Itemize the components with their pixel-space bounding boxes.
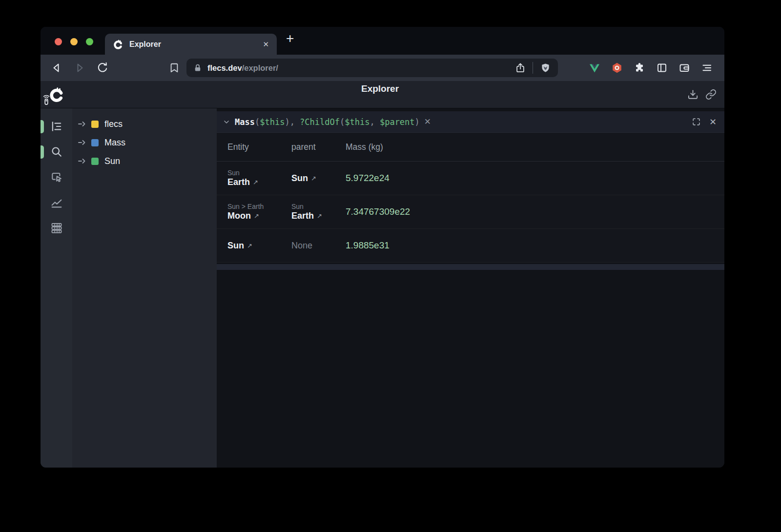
mass-value: 5.9722e24 bbox=[346, 173, 724, 184]
browser-tab-explorer[interactable]: Explorer ✕ bbox=[105, 34, 277, 55]
query-clear-icon[interactable]: ✕ bbox=[424, 117, 431, 127]
share-icon[interactable] bbox=[515, 62, 526, 73]
mass-value: 1.9885e31 bbox=[346, 240, 724, 251]
menu-icon[interactable] bbox=[701, 62, 713, 74]
url-bar[interactable]: flecs.dev/explorer/ bbox=[186, 59, 558, 77]
tree-item-mass[interactable]: Mass bbox=[72, 133, 217, 152]
query-component: Mass bbox=[235, 117, 255, 127]
browser-window: Explorer ✕ + bbox=[41, 27, 724, 468]
parent-cell: Sun↗ bbox=[291, 173, 346, 184]
entity-cell: Sun Earth↗ bbox=[227, 169, 291, 187]
entity-color-swatch bbox=[91, 121, 99, 128]
tree-panel-icon[interactable] bbox=[49, 119, 64, 134]
result-table-header: Entity parent Mass (kg) bbox=[217, 133, 724, 162]
panel-icon-sidebar bbox=[41, 108, 72, 468]
reload-icon[interactable] bbox=[95, 61, 110, 75]
brave-shield-icon[interactable] bbox=[540, 62, 551, 74]
entity-path: Sun bbox=[291, 203, 346, 210]
active-panel-indicator-tree bbox=[41, 120, 44, 133]
explorer-content: flecs Mass Sun bbox=[41, 108, 724, 468]
tab-title: Explorer bbox=[129, 40, 161, 49]
entity-cell: Sun > Earth Moon↗ bbox=[227, 203, 291, 221]
minimize-window-button[interactable] bbox=[70, 38, 78, 45]
goto-icon: ↗ bbox=[254, 212, 259, 220]
extensions-puzzle-icon[interactable] bbox=[634, 62, 645, 74]
bookmark-icon[interactable] bbox=[167, 61, 182, 75]
entity-link[interactable]: Moon↗ bbox=[227, 211, 291, 221]
entity-path: Sun bbox=[227, 169, 291, 177]
close-window-button[interactable] bbox=[55, 38, 62, 45]
column-header-parent: parent bbox=[291, 142, 346, 152]
tree-item-sun[interactable]: Sun bbox=[72, 152, 217, 170]
page-title: Explorer bbox=[361, 83, 399, 94]
vue-devtools-icon[interactable] bbox=[589, 62, 600, 74]
table-row: Sun↗ None 1.9885e31 bbox=[217, 229, 724, 263]
entity-color-swatch bbox=[91, 139, 99, 146]
tree-item-label: Mass bbox=[104, 138, 125, 148]
traffic-lights bbox=[55, 38, 93, 45]
query-expression[interactable]: Mass($this), ?ChildOf($this, $parent) bbox=[235, 117, 420, 127]
goto-icon: ↗ bbox=[253, 179, 258, 186]
browser-toolbar: flecs.dev/explorer/ bbox=[41, 55, 724, 81]
mass-value: 7.34767309e22 bbox=[346, 206, 724, 217]
parent-none-value: None bbox=[291, 241, 346, 251]
query-results-panel: Mass($this), ?ChildOf($this, $parent) ✕ … bbox=[217, 108, 724, 468]
goto-icon: ↗ bbox=[317, 212, 322, 220]
url-host: flecs.dev bbox=[207, 63, 242, 73]
wallet-icon[interactable] bbox=[678, 62, 690, 74]
fullscreen-icon[interactable] bbox=[692, 117, 701, 126]
entity-cell: Sun↗ bbox=[227, 241, 291, 251]
entity-link[interactable]: Earth↗ bbox=[227, 177, 291, 187]
query-header: Mass($this), ?ChildOf($this, $parent) ✕ … bbox=[217, 111, 724, 133]
back-icon[interactable] bbox=[49, 61, 64, 75]
tree-item-flecs[interactable]: flecs bbox=[72, 115, 217, 133]
query-optional-term: ?ChildOf bbox=[300, 117, 340, 127]
tab-close-icon[interactable]: ✕ bbox=[263, 40, 269, 49]
goto-icon: ↗ bbox=[311, 175, 316, 182]
parent-cell: None bbox=[291, 241, 346, 251]
inspector-icon[interactable] bbox=[49, 170, 64, 184]
search-icon[interactable] bbox=[49, 144, 64, 159]
table-row: Sun Earth↗ Sun↗ 5.9722e24 bbox=[217, 162, 724, 195]
link-icon[interactable] bbox=[705, 89, 717, 100]
extension-icons bbox=[589, 62, 715, 74]
new-tab-button[interactable]: + bbox=[286, 31, 294, 46]
column-header-mass: Mass (kg) bbox=[346, 142, 724, 152]
entity-tree-panel: flecs Mass Sun bbox=[72, 108, 217, 468]
toolbar-divider bbox=[533, 62, 533, 74]
entity-color-swatch bbox=[91, 158, 99, 165]
stats-chart-icon[interactable] bbox=[49, 195, 64, 210]
table-footer-bar bbox=[217, 264, 724, 270]
table-row: Sun > Earth Moon↗ Sun Earth↗ 7.34767309e… bbox=[217, 195, 724, 229]
download-icon[interactable] bbox=[687, 89, 699, 100]
hexagon-extension-icon[interactable] bbox=[611, 62, 623, 74]
remote-connection-icon[interactable] bbox=[41, 94, 724, 106]
sidebar-toggle-icon[interactable] bbox=[656, 62, 668, 74]
explorer-header: Explorer bbox=[41, 81, 724, 108]
entity-link[interactable]: Earth↗ bbox=[291, 211, 346, 221]
expand-arrow-icon[interactable] bbox=[78, 140, 87, 145]
url-path: /explorer/ bbox=[242, 63, 278, 73]
chevron-down-icon[interactable] bbox=[223, 118, 230, 126]
column-header-entity: Entity bbox=[227, 142, 291, 152]
entity-path: Sun > Earth bbox=[227, 203, 291, 210]
goto-icon: ↗ bbox=[247, 242, 252, 249]
active-panel-indicator-query bbox=[41, 145, 44, 159]
expand-arrow-icon[interactable] bbox=[78, 158, 87, 164]
expand-arrow-icon[interactable] bbox=[78, 121, 87, 127]
panel-close-icon[interactable]: ✕ bbox=[709, 117, 717, 127]
tab-favicon-flecs-icon bbox=[113, 39, 123, 50]
tab-strip: Explorer ✕ + bbox=[41, 27, 724, 55]
zoom-window-button[interactable] bbox=[86, 38, 93, 45]
entity-link[interactable]: Sun↗ bbox=[227, 241, 291, 251]
tree-item-label: flecs bbox=[104, 119, 123, 129]
lock-icon bbox=[193, 63, 202, 72]
memory-panel-icon[interactable] bbox=[49, 221, 64, 235]
entity-link[interactable]: Sun↗ bbox=[291, 173, 346, 184]
tree-item-label: Sun bbox=[104, 156, 120, 166]
forward-icon[interactable] bbox=[72, 61, 87, 75]
parent-cell: Sun Earth↗ bbox=[291, 203, 346, 221]
